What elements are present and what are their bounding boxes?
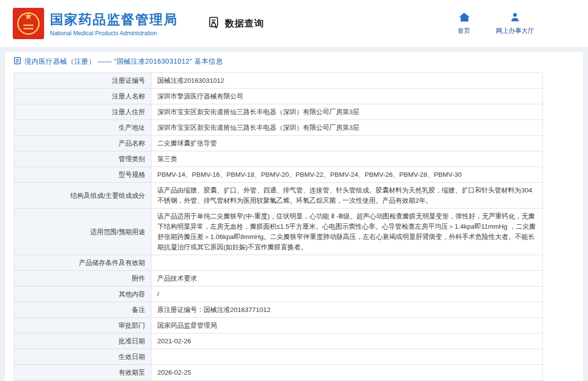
field-value: 深圳市宝安区新安街道留仙三路长丰电器（深圳）有限公司厂房第3层 [151, 104, 543, 120]
emblem-star-icon: ★ [13, 11, 44, 21]
table-row: 批准日期 2021-02-26 [14, 333, 543, 349]
field-label: 型号规格 [14, 167, 151, 183]
field-label: 注册人住所 [14, 104, 151, 120]
field-label: 批准日期 [14, 333, 151, 349]
field-label: 管理类别 [14, 151, 151, 167]
table-row: 注册证编号 国械注准20163031012 [14, 73, 543, 89]
field-value [151, 349, 543, 365]
table-row: 型号规格 PBMV-14、PBMV-16、PBMV-18、PBMV-20、PBM… [14, 167, 543, 183]
table-row: 结构及组成/主要组成成分 该产品由缩腰、胶囊、扩口、外管、四通、排气管、连接管、… [14, 183, 543, 209]
data-query-label: 数据查询 [225, 17, 264, 30]
table-row: 产品储存条件及有效期 [14, 255, 543, 271]
field-label: 审批部门 [14, 318, 151, 333]
field-label: 有效期至 [14, 365, 151, 381]
field-label: 其他内容 [14, 286, 151, 302]
registration-info-table: 注册证编号 国械注准20163031012 注册人名称 深圳市擎源医疗器械有限公… [14, 72, 543, 381]
home-icon [459, 12, 469, 24]
field-value: 该产品由缩腰、胶囊、扩口、外管、四通、排气管、连接管、针头管组成。胶囊材料为天然… [151, 183, 543, 209]
info-table-wrap: 注册证编号 国械注准20163031012 注册人名称 深圳市擎源医疗器械有限公… [5, 71, 583, 381]
table-row: 产品名称 二尖瓣球囊扩张导管 [14, 136, 543, 151]
nav-hall-label: 网上办事大厅 [496, 26, 534, 35]
field-value: 2026-02-25 [151, 365, 543, 381]
table-row: 注册人名称 深圳市擎源医疗器械有限公司 [14, 89, 543, 104]
page-background: 境内医疗器械（注册） —— “国械注准20163031012” 基本信息 注册证… [0, 47, 588, 381]
field-label: 产品名称 [14, 136, 151, 151]
national-emblem-icon: ★ [13, 8, 44, 39]
table-row: 管理类别 第三类 [14, 151, 543, 167]
table-row: 生效日期 [14, 349, 543, 365]
field-value: 深圳市宝安区新安街道留仙三路长丰电器（深圳）有限公司厂房第3层 [151, 120, 543, 136]
site-header: ★ 国家药品监督管理局 National Medical Products Ad… [0, 0, 588, 47]
field-value: 原注册证编号：国械注准20163771012 [151, 302, 543, 318]
person-icon [510, 12, 520, 24]
field-value: 深圳市擎源医疗器械有限公司 [151, 89, 543, 104]
data-query-tab[interactable]: 数据查询 [208, 16, 264, 31]
field-value: 国械注准20163031012 [151, 73, 543, 89]
nav-home[interactable]: 首页 [458, 12, 470, 35]
field-label: 结构及组成/主要组成成分 [14, 183, 151, 209]
field-label: 注册证编号 [14, 73, 151, 89]
field-value: 2021-02-26 [151, 333, 543, 349]
table-row: 有效期至 2026-02-25 [14, 365, 543, 381]
field-value: 第三类 [151, 151, 543, 167]
page-title: 境内医疗器械（注册） —— “国械注准20163031012” 基本信息 [24, 57, 223, 66]
nav-online-service-hall[interactable]: 网上办事大厅 [496, 12, 534, 35]
field-value: PBMV-14、PBMV-16、PBMV-18、PBMV-20、PBMV-22、… [151, 167, 543, 183]
nav-home-label: 首页 [458, 26, 470, 35]
header-nav: 首页 网上办事大厅 [458, 12, 534, 35]
field-label: 附件 [14, 271, 151, 286]
table-row: 审批部门 国家药品监督管理局 [14, 318, 543, 333]
agency-logo-block[interactable]: ★ 国家药品监督管理局 National Medical Products Ad… [13, 8, 178, 39]
field-label: 注册人名称 [14, 89, 151, 104]
field-label: 生产地址 [14, 120, 151, 136]
table-row: 备注 原注册证编号：国械注准20163771012 [14, 302, 543, 318]
agency-title-en: National Medical Products Administration [50, 30, 178, 37]
table-row: 注册人住所 深圳市宝安区新安街道留仙三路长丰电器（深圳）有限公司厂房第3层 [14, 104, 543, 120]
field-label: 备注 [14, 302, 151, 318]
detail-panel: 境内医疗器械（注册） —— “国械注准20163031012” 基本信息 注册证… [5, 52, 583, 381]
field-value: 该产品适用于单纯二尖瓣狭窄(中-重度)，症状明显，心功能 Ⅱ -Ⅲ级。超声心动图… [151, 209, 543, 255]
field-value [151, 255, 543, 271]
field-label: 适用范围/预期用途 [14, 209, 151, 255]
file-list-icon [14, 57, 21, 67]
field-value: 二尖瓣球囊扩张导管 [151, 136, 543, 151]
field-value: 国家药品监督管理局 [151, 318, 543, 333]
table-row: 附件 产品技术要求 [14, 271, 543, 286]
agency-title-cn: 国家药品监督管理局 [50, 11, 178, 28]
panel-title-bar: 境内医疗器械（注册） —— “国械注准20163031012” 基本信息 [5, 52, 583, 71]
table-row: 适用范围/预期用途 该产品适用于单纯二尖瓣狭窄(中-重度)，症状明显，心功能 Ⅱ… [14, 209, 543, 255]
table-row: 生产地址 深圳市宝安区新安街道留仙三路长丰电器（深圳）有限公司厂房第3层 [14, 120, 543, 136]
document-search-icon [208, 16, 221, 31]
emblem-gate-icon [24, 24, 33, 29]
field-value: / [151, 286, 543, 302]
field-label: 生效日期 [14, 349, 151, 365]
field-value: 产品技术要求 [151, 271, 543, 286]
table-row: 其他内容 / [14, 286, 543, 302]
field-label: 产品储存条件及有效期 [14, 255, 151, 271]
